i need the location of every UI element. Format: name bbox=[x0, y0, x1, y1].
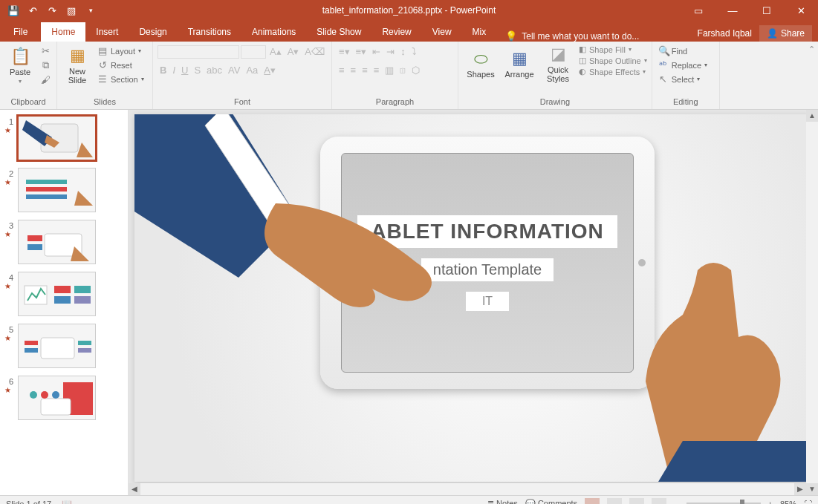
ribbon-display-options-icon[interactable]: ▭ bbox=[681, 0, 715, 21]
zoom-out-button[interactable]: − bbox=[674, 500, 678, 505]
notes-button[interactable]: ≣ Notes bbox=[487, 499, 518, 504]
select-button[interactable]: ↖Select▾ bbox=[657, 73, 709, 85]
increase-indent-button[interactable]: ⇥ bbox=[384, 45, 397, 59]
font-color-button[interactable]: A▾ bbox=[262, 63, 278, 77]
group-drawing: ⬭ Shapes ▦ Arrange ◪ Quick Styles ◧Shape… bbox=[458, 42, 652, 109]
scroll-up-icon[interactable]: ▲ bbox=[806, 110, 818, 122]
underline-button[interactable]: U bbox=[179, 63, 190, 77]
left-arm-graphic bbox=[134, 114, 491, 322]
increase-font-icon[interactable]: A▴ bbox=[267, 45, 284, 59]
replace-button[interactable]: ᵃᵇReplace▾ bbox=[657, 59, 709, 71]
font-size-dropdown[interactable] bbox=[241, 45, 266, 59]
comments-button[interactable]: 💬 Comments bbox=[525, 499, 577, 504]
thumbnail-4[interactable]: 4★ bbox=[4, 272, 123, 316]
align-text-button[interactable]: ⎅ bbox=[397, 63, 408, 77]
close-icon[interactable]: ✕ bbox=[784, 0, 818, 21]
minimize-icon[interactable]: — bbox=[715, 0, 750, 21]
slideshow-view-button[interactable] bbox=[652, 498, 666, 505]
change-case-button[interactable]: Aa bbox=[244, 63, 260, 77]
slide-canvas[interactable]: ABLET INFORMATION ntation Template IT bbox=[134, 114, 809, 482]
save-icon[interactable]: 💾 bbox=[4, 1, 22, 19]
thumbnail-6[interactable]: 6★ bbox=[4, 376, 123, 420]
share-button[interactable]: 👤 Share bbox=[759, 25, 812, 42]
normal-view-button[interactable] bbox=[585, 498, 600, 505]
start-from-beginning-icon[interactable]: ▧ bbox=[62, 1, 80, 19]
character-spacing-button[interactable]: AV bbox=[226, 63, 242, 77]
justify-button[interactable]: ≡ bbox=[371, 63, 382, 77]
align-right-button[interactable]: ≡ bbox=[360, 63, 370, 77]
clear-formatting-icon[interactable]: A⌫ bbox=[302, 45, 327, 59]
section-button[interactable]: ☰Section▾ bbox=[96, 73, 148, 85]
shape-fill-button[interactable]: ◧Shape Fill▾ bbox=[579, 45, 647, 54]
text-shadow-button[interactable]: abc bbox=[204, 63, 224, 77]
thumbnail-5[interactable]: 5★ bbox=[4, 324, 123, 368]
reset-button[interactable]: ↺Reset bbox=[96, 59, 148, 71]
arrange-button[interactable]: ▦ Arrange bbox=[501, 45, 537, 83]
zoom-in-button[interactable]: + bbox=[768, 500, 773, 505]
new-slide-button[interactable]: ▦ New Slide bbox=[62, 45, 93, 85]
slide-thumbnails-pane[interactable]: 1★ 2★ 3★ 4★ 5★ 6★ bbox=[0, 110, 129, 495]
new-slide-icon: ▦ bbox=[70, 46, 85, 65]
vertical-scrollbar[interactable]: ▲ ▼ bbox=[806, 110, 818, 495]
bold-button[interactable]: B bbox=[158, 63, 169, 77]
align-left-button[interactable]: ≡ bbox=[337, 63, 347, 77]
cut-button[interactable]: ✂ bbox=[39, 45, 52, 57]
thumbnail-3[interactable]: 3★ bbox=[4, 220, 123, 264]
user-name[interactable]: Farshad Iqbal bbox=[698, 28, 752, 39]
decrease-font-icon[interactable]: A▾ bbox=[285, 45, 302, 59]
slide-sorter-view-button[interactable] bbox=[607, 498, 622, 505]
zoom-level[interactable]: 85% bbox=[780, 500, 796, 505]
find-button[interactable]: 🔍Find bbox=[657, 45, 709, 57]
scroll-down-icon[interactable]: ▼ bbox=[806, 483, 818, 495]
horizontal-scrollbar[interactable]: ◀ ▶ bbox=[129, 483, 806, 495]
font-family-dropdown[interactable] bbox=[158, 45, 239, 59]
numbering-button[interactable]: ≡▾ bbox=[354, 45, 369, 59]
tab-slideshow[interactable]: Slide Show bbox=[306, 22, 371, 42]
fit-to-window-button[interactable]: ⛶ bbox=[804, 500, 812, 505]
bullets-button[interactable]: ≡▾ bbox=[337, 45, 352, 59]
scroll-right-icon[interactable]: ▶ bbox=[794, 483, 806, 495]
layout-button[interactable]: ▤Layout▾ bbox=[96, 45, 148, 57]
copy-button[interactable]: ⧉ bbox=[39, 59, 52, 72]
reading-view-button[interactable] bbox=[629, 498, 644, 505]
section-label: Section bbox=[111, 75, 138, 84]
shape-outline-button[interactable]: ◫Shape Outline▾ bbox=[579, 56, 647, 65]
columns-button[interactable]: ▥ bbox=[383, 63, 396, 77]
shape-effects-button[interactable]: ◐Shape Effects▾ bbox=[579, 67, 647, 76]
line-spacing-button[interactable]: ↕ bbox=[398, 45, 408, 59]
find-label: Find bbox=[672, 47, 687, 56]
thumbnail-1[interactable]: 1★ bbox=[4, 116, 123, 160]
collapse-ribbon-icon[interactable]: ⌃ bbox=[808, 45, 815, 54]
zoom-slider-knob[interactable] bbox=[740, 500, 744, 504]
tab-home[interactable]: Home bbox=[41, 22, 85, 42]
maximize-icon[interactable]: ☐ bbox=[750, 0, 784, 21]
smartart-button[interactable]: ⬡ bbox=[409, 63, 422, 77]
tab-animations[interactable]: Animations bbox=[241, 22, 306, 42]
thumbnail-2[interactable]: 2★ bbox=[4, 168, 123, 212]
align-center-button[interactable]: ≡ bbox=[348, 63, 359, 77]
qat-customize-icon[interactable]: ▾ bbox=[82, 1, 100, 19]
undo-icon[interactable]: ↶ bbox=[24, 1, 42, 19]
redo-icon[interactable]: ↷ bbox=[43, 1, 61, 19]
decrease-indent-button[interactable]: ⇤ bbox=[370, 45, 383, 59]
tab-mix[interactable]: Mix bbox=[462, 22, 497, 42]
tell-me-search[interactable]: 💡 Tell me what you want to do... bbox=[505, 30, 639, 42]
quick-styles-button[interactable]: ◪ Quick Styles bbox=[540, 45, 576, 83]
reset-icon: ↺ bbox=[97, 59, 108, 71]
spellcheck-icon[interactable]: 📖 bbox=[62, 499, 72, 504]
tab-insert[interactable]: Insert bbox=[85, 22, 129, 42]
tab-view[interactable]: View bbox=[422, 22, 462, 42]
copy-icon: ⧉ bbox=[40, 59, 51, 71]
text-direction-button[interactable]: ⤵ bbox=[409, 45, 419, 59]
tab-design[interactable]: Design bbox=[129, 22, 177, 42]
strikethrough-button[interactable]: S bbox=[192, 63, 203, 77]
format-painter-button[interactable]: 🖌 bbox=[39, 73, 52, 86]
tab-review[interactable]: Review bbox=[371, 22, 421, 42]
tab-transitions[interactable]: Transitions bbox=[178, 22, 241, 42]
shapes-button[interactable]: ⬭ Shapes bbox=[463, 45, 499, 83]
slide-counter[interactable]: Slide 1 of 17 bbox=[6, 500, 51, 505]
paste-button[interactable]: 📋 Paste ▾ bbox=[4, 45, 36, 86]
tab-file[interactable]: File bbox=[0, 22, 41, 42]
italic-button[interactable]: I bbox=[170, 63, 178, 77]
scroll-left-icon[interactable]: ◀ bbox=[129, 483, 140, 495]
